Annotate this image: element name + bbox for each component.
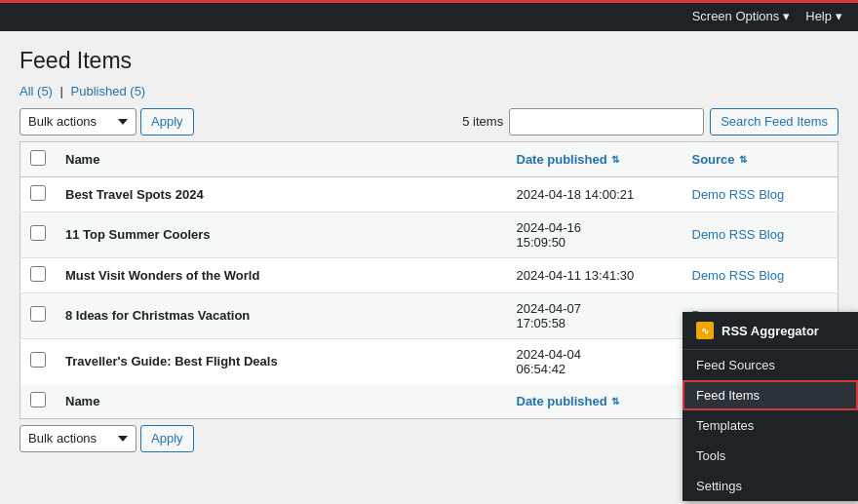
actions-left: Bulk actions Apply: [20, 108, 194, 136]
accent-bar: [0, 0, 858, 3]
filter-published[interactable]: Published (5): [71, 84, 146, 98]
dropdown-item-tools[interactable]: Tools: [682, 441, 858, 471]
row-checkbox[interactable]: [30, 352, 46, 368]
top-actions-bar: Bulk actions Apply 5 items Search Feed I…: [20, 108, 838, 136]
header-name: Name: [56, 141, 507, 176]
select-all-checkbox[interactable]: [30, 150, 46, 166]
help-label: Help: [805, 9, 832, 23]
row-source-link[interactable]: Demo RSS Blog: [692, 187, 785, 202]
apply-button-bottom[interactable]: Apply: [140, 425, 194, 452]
row-source-cell: Demo RSS Blog: [682, 257, 838, 292]
sort-date-link[interactable]: Date published ⇅: [517, 152, 619, 167]
row-date-cell: 2024-04-0406:54:42: [507, 338, 682, 384]
dropdown-item-templates[interactable]: Templates: [682, 410, 858, 441]
select-all-footer-checkbox[interactable]: [30, 392, 46, 407]
row-date-cell: 2024-04-18 14:00:21: [507, 176, 682, 212]
row-name-cell: Best Travel Spots 2024: [56, 176, 507, 212]
rss-aggregator-dropdown: ∿ RSS Aggregator Feed SourcesFeed ItemsT…: [682, 312, 858, 501]
dropdown-title: RSS Aggregator: [722, 324, 819, 338]
row-source-cell: Demo RSS Blog: [682, 212, 838, 257]
header-date: Date published ⇅: [507, 141, 682, 176]
help-button[interactable]: Help ▾: [798, 0, 850, 31]
row-checkbox[interactable]: [30, 225, 46, 241]
table-header-row: Name Date published ⇅ Source ⇅: [20, 141, 838, 176]
row-name-cell: Traveller's Guide: Best Flight Deals: [56, 338, 507, 384]
filter-all[interactable]: All (5): [20, 84, 53, 98]
row-checkbox-cell: [20, 338, 57, 384]
row-date-cell: 2024-04-0717:05:58: [507, 292, 682, 338]
screen-options-chevron: ▾: [783, 9, 790, 23]
bulk-actions-select-bottom[interactable]: Bulk actions: [20, 425, 136, 452]
row-checkbox-cell: [20, 292, 57, 338]
page-title: Feed Items: [20, 47, 838, 76]
row-checkbox[interactable]: [30, 266, 46, 282]
row-checkbox[interactable]: [30, 306, 46, 322]
sort-source-link[interactable]: Source ⇅: [692, 152, 747, 167]
footer-date: Date published ⇅: [507, 384, 682, 419]
dropdown-item-settings[interactable]: Settings: [682, 471, 858, 501]
sort-date-icon: ⇅: [611, 154, 619, 165]
items-count: 5 items: [462, 114, 503, 129]
search-input[interactable]: [509, 108, 704, 136]
search-button[interactable]: Search Feed Items: [710, 108, 838, 136]
dropdown-header: ∿ RSS Aggregator: [682, 312, 858, 350]
dropdown-items: Feed SourcesFeed ItemsTemplatesToolsSett…: [682, 350, 858, 501]
dropdown-item-feed-sources[interactable]: Feed Sources: [682, 350, 858, 380]
header-checkbox-col: [20, 141, 57, 176]
sort-source-icon: ⇅: [739, 154, 747, 165]
dropdown-item-feed-items[interactable]: Feed Items: [682, 380, 858, 410]
row-name-cell: 8 Ideas for Christmas Vacation: [56, 292, 507, 338]
footer-name: Name: [56, 384, 507, 419]
filter-links: All (5) | Published (5): [20, 84, 838, 98]
screen-options-label: Screen Options: [692, 9, 780, 23]
row-source-cell: Demo RSS Blog: [682, 176, 838, 212]
row-name-cell: Must Visit Wonders of the World: [56, 257, 507, 292]
row-source-link[interactable]: Demo RSS Blog: [692, 227, 785, 242]
sort-date-footer-icon: ⇅: [611, 396, 619, 407]
row-date-cell: 2024-04-1615:09:50: [507, 212, 682, 257]
apply-button-top[interactable]: Apply: [140, 108, 194, 136]
table-row: 11 Top Summer Coolers 2024-04-1615:09:50…: [20, 212, 838, 257]
row-checkbox[interactable]: [30, 185, 46, 201]
row-checkbox-cell: [20, 176, 57, 212]
footer-checkbox-col: [20, 384, 57, 419]
admin-top-bar: Screen Options ▾ Help ▾: [0, 0, 858, 31]
header-source: Source ⇅: [682, 141, 838, 176]
filter-separator: |: [60, 84, 63, 98]
row-name-cell: 11 Top Summer Coolers: [56, 212, 507, 257]
help-chevron: ▾: [836, 9, 842, 23]
sort-date-footer-link[interactable]: Date published ⇅: [517, 394, 619, 408]
table-row: Must Visit Wonders of the World 2024-04-…: [20, 257, 838, 292]
bottom-actions-left: Bulk actions Apply: [20, 425, 194, 452]
bulk-actions-select-top[interactable]: Bulk actions: [20, 108, 136, 136]
row-date-cell: 2024-04-11 13:41:30: [507, 257, 682, 292]
screen-options-button[interactable]: Screen Options ▾: [684, 0, 799, 31]
rss-icon: ∿: [696, 322, 714, 339]
table-row: Best Travel Spots 2024 2024-04-18 14:00:…: [20, 176, 838, 212]
row-checkbox-cell: [20, 212, 57, 257]
row-checkbox-cell: [20, 257, 57, 292]
actions-right: 5 items Search Feed Items: [462, 108, 838, 136]
row-source-link[interactable]: Demo RSS Blog: [692, 268, 785, 283]
